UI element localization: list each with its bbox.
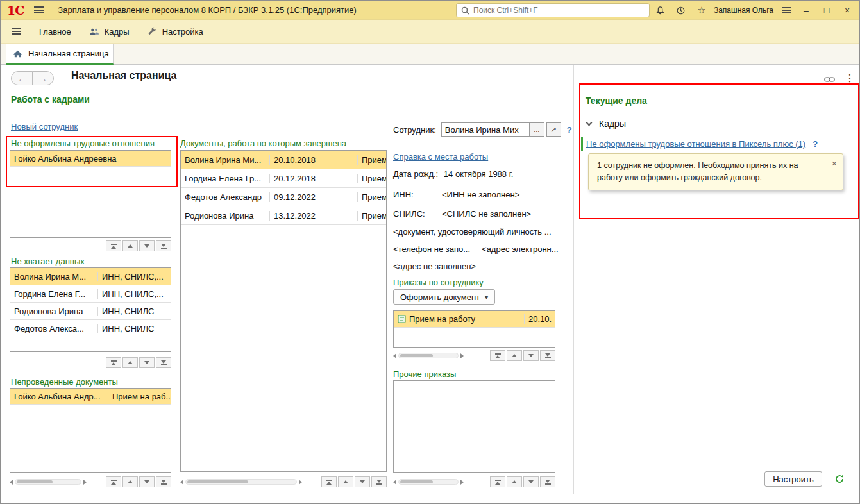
scrollbar-thumb[interactable]	[187, 480, 248, 483]
home-icon	[13, 49, 22, 58]
go-down-icon[interactable]	[523, 476, 539, 487]
table-row[interactable]: Родионова Ирина 13.12.2022 Прием	[181, 206, 386, 225]
table-row[interactable]: Волина Ирина М... ИНН, СНИЛС,...	[10, 268, 171, 285]
horizontal-scrollbar[interactable]	[10, 478, 87, 485]
todo-accent-bar	[581, 137, 583, 151]
go-last-icon[interactable]	[156, 240, 171, 251]
menu-item-main[interactable]: Главное	[39, 27, 71, 37]
todo-title: Текущие дела	[586, 96, 647, 106]
scroll-left-icon[interactable]	[10, 480, 13, 485]
table-row[interactable]: Родионова Ирина ИНН, СНИЛС	[10, 303, 171, 320]
scroll-right-icon[interactable]	[299, 480, 302, 485]
table-row[interactable]: Гордина Елена Гр... 20.12.2018 Прием	[181, 169, 386, 188]
go-up-icon[interactable]	[507, 350, 522, 361]
help-icon[interactable]: ?	[813, 139, 818, 149]
go-up-icon[interactable]	[122, 240, 138, 251]
history-icon[interactable]	[674, 3, 688, 17]
scrollbar-thumb[interactable]	[17, 480, 53, 483]
go-first-icon[interactable]	[490, 476, 505, 487]
not-registered-title: Не оформлены трудовые отношения	[11, 139, 155, 148]
todo-group-row[interactable]: Кадры	[587, 119, 626, 129]
order-date: 20.10.	[524, 314, 555, 324]
forward-arrow-icon[interactable]: →	[32, 71, 54, 85]
sections-menu-icon[interactable]	[12, 28, 21, 35]
search-input[interactable]	[473, 6, 645, 15]
go-last-icon[interactable]	[156, 476, 171, 487]
go-down-icon[interactable]	[139, 476, 155, 487]
scroll-right-icon[interactable]	[460, 353, 464, 358]
go-down-icon[interactable]	[355, 476, 370, 487]
go-first-icon[interactable]	[106, 240, 121, 251]
choose-button[interactable]: ...	[530, 122, 544, 137]
go-down-icon[interactable]	[523, 350, 539, 361]
go-first-icon[interactable]	[490, 350, 505, 361]
horizontal-scrollbar[interactable]	[393, 478, 464, 485]
notifications-bell-icon[interactable]	[653, 3, 668, 17]
list-item[interactable]: Прием на работу 20.10.	[394, 311, 555, 328]
horizontal-scrollbar[interactable]	[180, 478, 302, 485]
go-last-icon[interactable]	[156, 357, 171, 368]
favorites-star-icon[interactable]: ☆	[695, 3, 709, 17]
go-up-icon[interactable]	[338, 476, 353, 487]
menu-item-hr[interactable]: Кадры	[89, 27, 130, 37]
horizontal-scrollbar[interactable]	[393, 352, 464, 359]
global-search[interactable]	[456, 3, 650, 17]
go-last-icon[interactable]	[540, 476, 555, 487]
table-row[interactable]: Гойко Альбина Андр... Прием на раб...	[10, 389, 171, 405]
new-employee-link[interactable]: Новый сотрудник	[11, 122, 78, 131]
main-menu-icon[interactable]	[34, 6, 44, 13]
refresh-button[interactable]	[830, 471, 848, 487]
go-last-icon[interactable]	[540, 350, 555, 361]
go-up-icon[interactable]	[122, 357, 138, 368]
snils-value: <СНИЛС не заполнен>	[442, 209, 531, 219]
table-row[interactable]: Федотов Александр 09.12.2022 Прием	[181, 188, 386, 206]
employee-name: Гойко Альбина Андреевна	[10, 154, 121, 164]
scroll-left-icon[interactable]	[393, 480, 396, 485]
search-icon	[461, 6, 469, 15]
scroll-left-icon[interactable]	[180, 480, 183, 485]
missing-fields: ИНН, СНИЛС	[97, 324, 171, 333]
list-item[interactable]: Гойко Альбина Андреевна	[10, 151, 171, 167]
go-first-icon[interactable]	[321, 476, 337, 487]
help-icon[interactable]: ?	[567, 125, 572, 135]
go-first-icon[interactable]	[106, 357, 121, 368]
go-last-icon[interactable]	[371, 476, 387, 487]
scroll-right-icon[interactable]	[83, 480, 87, 485]
go-first-icon[interactable]	[106, 476, 121, 487]
certificate-link[interactable]: Справка с места работы	[393, 152, 488, 162]
create-document-button[interactable]: Оформить документ ▾	[393, 289, 495, 305]
minimize-button[interactable]: –	[798, 5, 814, 15]
get-link-icon[interactable]	[824, 75, 835, 85]
todo-link[interactable]: Не оформлены трудовые отношения в Пиксел…	[586, 139, 805, 149]
scrollbar-thumb[interactable]	[400, 354, 433, 357]
employee-input[interactable]	[441, 122, 530, 137]
scroll-left-icon[interactable]	[393, 353, 396, 358]
current-user[interactable]: Запашная Ольга	[714, 6, 773, 15]
collapse-chevron-icon[interactable]	[586, 119, 593, 126]
table-row[interactable]: Гордина Елена Г... ИНН, СНИЛС,...	[10, 285, 171, 303]
tab-home[interactable]: Начальная страница	[6, 44, 114, 65]
back-arrow-icon[interactable]: ←	[11, 71, 33, 85]
todo-group-label: Кадры	[599, 119, 626, 129]
table-row[interactable]: Федотов Алекса... ИНН, СНИЛС	[10, 320, 171, 337]
go-down-icon[interactable]	[139, 357, 155, 368]
menu-item-settings[interactable]: Настройка	[148, 27, 203, 37]
birth-label: Дата рожд.:	[393, 169, 438, 179]
configure-button[interactable]: Настроить	[764, 471, 822, 487]
unposted-docs-title: Непроведенные документы	[11, 377, 118, 387]
maximize-button[interactable]: □	[818, 5, 835, 15]
close-button[interactable]: ×	[839, 5, 856, 15]
more-menu-icon[interactable]: ⋮	[845, 72, 855, 84]
close-icon[interactable]: ×	[832, 157, 837, 171]
open-button[interactable]: ↗	[546, 122, 561, 137]
go-up-icon[interactable]	[122, 476, 138, 487]
scroll-right-icon[interactable]	[460, 480, 464, 485]
missing-fields: ИНН, СНИЛС	[97, 307, 171, 316]
go-down-icon[interactable]	[139, 240, 155, 251]
orders-list: Прием на работу 20.10.	[393, 310, 555, 348]
scrollbar-thumb[interactable]	[400, 480, 433, 483]
table-row[interactable]: Волина Ирина Ми... 20.10.2018 Прием	[181, 151, 386, 169]
service-menu-icon[interactable]	[780, 3, 794, 17]
go-up-icon[interactable]	[507, 476, 522, 487]
sections-menubar: Главное Кадры Настройка	[1, 20, 859, 44]
